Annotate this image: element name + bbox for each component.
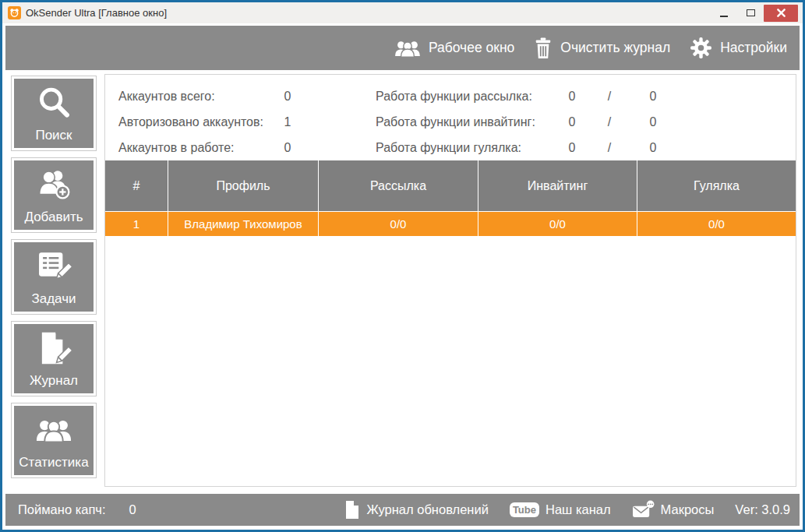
table-header-inviting: Инвайтинг: [478, 160, 637, 211]
stat-row: Работа функции гулялка: 0 / 0: [376, 135, 703, 160]
maximize-button[interactable]: [737, 5, 764, 22]
statusbar: Поймано капч: 0 Журнал обновлений Tube Н…: [5, 494, 800, 526]
app-window: OkSender Ultra [Главное окно]: [0, 0, 805, 532]
table-header-mailing: Рассылка: [319, 160, 478, 211]
stat-label: Авторизовано аккаунтов:: [118, 115, 263, 129]
sidebar-item-label: Поиск: [35, 127, 72, 144]
sidebar-item-statistics[interactable]: Статистика: [11, 403, 97, 478]
statistics-icon: [34, 406, 73, 454]
work-window-button[interactable]: Рабочее окно: [394, 38, 514, 58]
trash-icon: [533, 37, 553, 60]
account-stats: Аккаунтов всего: 0 Авторизовано аккаунто…: [118, 83, 368, 160]
our-channel-label: Наш канал: [545, 502, 611, 517]
macros-link[interactable]: Макросы: [632, 500, 715, 520]
function-stats: Работа функции рассылка: 0 / 0 Работа фу…: [376, 83, 703, 160]
settings-button[interactable]: Настройки: [689, 36, 787, 60]
sidebar-item-label: Добавить: [24, 209, 83, 226]
table-header-walking: Гулялка: [637, 160, 796, 211]
stat-value: 0: [641, 90, 665, 104]
search-icon: [36, 79, 72, 127]
table-cell-num[interactable]: 1: [105, 212, 168, 236]
stat-label: Аккаунтов в работе:: [118, 141, 235, 155]
sidebar-item-add[interactable]: Добавить: [11, 157, 97, 233]
stat-separator: /: [598, 90, 621, 104]
stat-row: Авторизовано аккаунтов: 1: [118, 109, 368, 135]
stat-value: 0: [276, 90, 299, 104]
minimize-button[interactable]: [711, 5, 737, 22]
toolbar-item-label: Рабочее окно: [429, 40, 514, 56]
sidebar-item-label: Статистика: [19, 454, 88, 471]
update-log-link[interactable]: Журнал обновлений: [344, 500, 488, 520]
youtube-icon: Tube: [510, 502, 539, 517]
sidebar-item-journal[interactable]: Журнал: [11, 321, 97, 396]
sidebar-item-tasks[interactable]: Задачи: [11, 239, 97, 315]
macros-label: Макросы: [661, 502, 715, 517]
table-cell-walking[interactable]: 0/0: [637, 212, 796, 236]
table-header-profile: Профиль: [168, 160, 318, 211]
titlebar: OkSender Ultra [Главное окно]: [2, 2, 803, 23]
table-cell-mailing[interactable]: 0/0: [319, 212, 478, 236]
accounts-table: # Профиль Рассылка Инвайтинг Гулялка 1 В…: [105, 160, 796, 236]
sidebar-item-search[interactable]: Поиск: [11, 76, 97, 151]
stat-label: Работа функции инвайтинг:: [376, 115, 535, 129]
stat-separator: /: [598, 141, 621, 155]
our-channel-link[interactable]: Tube Наш канал: [510, 502, 611, 517]
stat-row: Работа функции рассылка: 0 / 0: [376, 83, 703, 109]
gear-icon: [689, 36, 713, 60]
stat-label: Работа функции гулялка:: [376, 141, 521, 155]
envelope-icon: [632, 500, 655, 520]
people-group-icon: [394, 38, 422, 58]
stat-value: 0: [560, 115, 584, 129]
captcha-count-value: 0: [129, 502, 136, 517]
version-label: Ver: 3.0.9: [735, 502, 790, 517]
stat-row: Аккаунтов всего: 0: [118, 83, 368, 109]
stat-label: Работа функции рассылка:: [376, 90, 532, 104]
stat-value: 0: [641, 115, 665, 129]
app-logo-icon: [8, 6, 21, 19]
stat-label: Аккаунтов всего:: [118, 90, 215, 104]
sidebar: Поиск: [11, 76, 97, 484]
captcha-count-label: Поймано капч:: [18, 502, 106, 517]
toolbar-item-label: Настройки: [720, 40, 787, 56]
close-button[interactable]: [764, 5, 798, 22]
toolbar-item-label: Очистить журнал: [560, 40, 670, 56]
sidebar-item-label: Задачи: [31, 291, 76, 308]
journal-icon: [35, 324, 72, 372]
toolbar: Рабочее окно Очистить журнал: [5, 26, 800, 70]
page-icon: [344, 500, 360, 520]
main-panel: Аккаунтов всего: 0 Авторизовано аккаунто…: [104, 74, 796, 487]
update-log-label: Журнал обновлений: [366, 502, 488, 517]
tasks-icon: [35, 242, 72, 291]
stat-row: Работа функции инвайтинг: 0 / 0: [376, 109, 703, 135]
stat-value: 0: [641, 141, 665, 155]
clear-log-button[interactable]: Очистить журнал: [533, 37, 670, 60]
table-cell-profile[interactable]: Владимир Тихомиров: [168, 212, 318, 236]
stat-value: 0: [560, 90, 584, 104]
add-user-icon: [35, 160, 72, 209]
table-cell-inviting[interactable]: 0/0: [478, 212, 637, 236]
stat-row: Аккаунтов в работе: 0: [118, 135, 368, 160]
stat-value: 0: [560, 141, 584, 155]
window-title: OkSender Ultra [Главное окно]: [26, 7, 167, 19]
sidebar-item-label: Журнал: [30, 372, 78, 389]
stat-separator: /: [598, 115, 621, 129]
stat-value: 1: [276, 115, 299, 129]
table-header-num: #: [105, 160, 168, 211]
stat-value: 0: [276, 141, 299, 155]
